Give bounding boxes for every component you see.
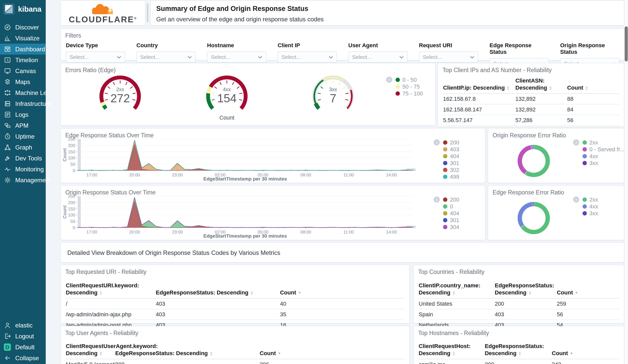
sidebar-footer-item[interactable]: D Default xyxy=(0,342,46,353)
edge-response-area-chart: 05010015020025017:0020:0023:0002:0005:00… xyxy=(62,137,426,182)
legend-item[interactable]: 302 xyxy=(443,167,459,173)
sidebar-item[interactable]: Dashboard xyxy=(0,44,46,55)
sidebar-item[interactable]: Graph xyxy=(0,142,46,153)
top-hostnames-table: ClientRequestHost: DescendingEdgeRespons… xyxy=(419,340,619,364)
legend-item[interactable]: 3xx xyxy=(583,210,623,217)
sidebar-footer-item[interactable]: elastic xyxy=(0,320,46,331)
sidebar-item[interactable]: Discover xyxy=(0,22,46,33)
legend-color-dot xyxy=(443,175,447,179)
legend-expand-icon[interactable]: › xyxy=(573,196,579,203)
sidebar-footer-item[interactable]: Collapse xyxy=(0,353,46,363)
sidebar-nav: Discover Visualize Dashboard Timelion Ca… xyxy=(0,22,46,186)
legend-item[interactable]: 2xx xyxy=(583,139,623,146)
panel-title[interactable]: Top Client IPs and AS Number - Reliabili… xyxy=(438,63,624,74)
legend-item[interactable]: 404 xyxy=(443,153,459,160)
legend-item[interactable]: 3xx xyxy=(583,160,623,167)
legend-item[interactable]: 4xx xyxy=(583,153,623,160)
legend-item[interactable]: 50 - 75 xyxy=(396,83,423,90)
panel-errors-ratio-edge: Errors Ratio (Edge) 2xx2724xx1543xx7Coun… xyxy=(60,63,435,126)
sidebar-item[interactable]: Uptime xyxy=(0,131,46,142)
filter-select[interactable]: Select... xyxy=(207,52,266,63)
sidebar: kibana Discover Visualize Dashboard Time… xyxy=(0,0,46,364)
panel-title[interactable]: Top Hostnames - Reliability xyxy=(414,326,624,337)
column-header[interactable]: ClientASN: Descending xyxy=(515,75,567,94)
sort-icon[interactable] xyxy=(549,86,552,90)
legend-item[interactable]: 304 xyxy=(443,224,459,230)
legend-expand-icon[interactable]: › xyxy=(434,196,440,203)
filter-select[interactable]: Select... xyxy=(419,52,478,63)
panel-resize-handle[interactable] xyxy=(147,4,148,22)
panel-title[interactable]: Top User Agents - Reliability xyxy=(61,326,409,337)
panel-title[interactable]: Top Countries - Reliability xyxy=(414,265,624,275)
sidebar-item[interactable]: Infrastructure xyxy=(0,98,46,109)
svg-text:150: 150 xyxy=(68,207,75,211)
sidebar-item[interactable]: Dev Tools xyxy=(0,153,46,164)
column-header[interactable]: ClientRequestHost: Descending xyxy=(419,340,485,359)
legend-item[interactable]: 301 xyxy=(443,160,459,167)
kibana-logo[interactable]: kibana xyxy=(0,0,46,18)
sort-icon[interactable] xyxy=(507,86,510,90)
column-header[interactable]: ClientRequestUserAgent.keyword: Descendi… xyxy=(66,340,115,359)
sidebar-item[interactable]: Management xyxy=(0,175,46,186)
column-header[interactable]: ClientRequestURI.keyword: Descending xyxy=(66,279,156,299)
filter-select[interactable]: Select... xyxy=(348,52,407,63)
sidebar-item[interactable]: Canvas xyxy=(0,65,46,76)
legend-item[interactable]: 499 xyxy=(443,173,459,180)
column-header[interactable]: Count xyxy=(552,340,619,359)
column-header[interactable]: Count xyxy=(260,340,404,359)
legend-item[interactable]: 4xx xyxy=(583,203,623,210)
legend-item[interactable]: 403 xyxy=(443,146,459,153)
sort-icon[interactable] xyxy=(452,291,455,295)
legend-expand-icon[interactable]: › xyxy=(434,139,440,145)
sort-icon[interactable] xyxy=(528,291,531,295)
legend-item[interactable]: 404 xyxy=(443,210,459,217)
legend-item[interactable]: 0 - 50 xyxy=(396,76,423,83)
filter-select[interactable]: Select... xyxy=(136,52,196,63)
sort-icon[interactable] xyxy=(250,291,253,295)
sort-icon[interactable] xyxy=(519,351,521,356)
filter-label: User Agent xyxy=(348,42,407,49)
sort-icon[interactable] xyxy=(575,292,578,294)
sort-icon[interactable] xyxy=(298,292,301,294)
panel-top-requested-uri: Top Requested URI - Reliability ClientRe… xyxy=(60,265,410,323)
sort-icon[interactable] xyxy=(585,86,588,90)
legend-item[interactable]: 0 - Served fr... xyxy=(583,146,623,153)
sidebar-item[interactable]: Monitoring xyxy=(0,164,46,175)
legend-expand-icon[interactable]: › xyxy=(386,77,392,83)
sort-icon[interactable] xyxy=(452,351,455,356)
top-client-ips-table: ClientIP.ip: DescendingClientASN: Descen… xyxy=(443,75,619,136)
column-header[interactable]: Count xyxy=(557,279,619,299)
legend-item[interactable]: 75 - 100 xyxy=(396,90,423,97)
filter-select[interactable]: Select... xyxy=(66,52,125,63)
legend-item[interactable]: 200 xyxy=(443,196,459,203)
column-header[interactable]: EdgeResponseStatus: Descending xyxy=(485,340,552,359)
column-header[interactable]: Count xyxy=(567,75,619,94)
sort-icon[interactable] xyxy=(100,291,102,295)
panel-title[interactable]: Top Requested URI - Reliability xyxy=(61,265,409,275)
sidebar-item[interactable]: Logs xyxy=(0,109,46,120)
sidebar-item[interactable]: Visualize xyxy=(0,33,46,44)
column-header[interactable]: ClientIP.country_name: Descending xyxy=(419,279,495,299)
column-header[interactable]: Count xyxy=(280,279,404,299)
page-scrollbar-thumb[interactable] xyxy=(625,26,628,61)
filter-select[interactable]: Select... xyxy=(278,52,337,63)
sort-icon[interactable] xyxy=(278,352,281,355)
legend-item[interactable]: 2xx xyxy=(583,196,623,203)
legend-item[interactable]: 200 xyxy=(443,139,459,146)
sidebar-item[interactable]: Timelion xyxy=(0,55,46,65)
svg-text:17:00: 17:00 xyxy=(86,230,97,235)
legend-expand-icon[interactable]: › xyxy=(573,139,579,145)
column-header[interactable]: EdgeResponseStatus: Descending xyxy=(156,279,280,299)
sort-icon[interactable] xyxy=(570,352,573,355)
column-header[interactable]: ClientIP.ip: Descending xyxy=(443,75,515,94)
column-header[interactable]: EdgeResponseStatus: Descending xyxy=(495,279,557,299)
sort-icon[interactable] xyxy=(210,351,213,356)
panel-origin-response-over-time: Origin Response Status Over Time 0501001… xyxy=(60,185,485,240)
sidebar-item[interactable]: Maps xyxy=(0,76,46,87)
sidebar-item[interactable]: APM xyxy=(0,120,46,131)
legend-item[interactable]: 301 xyxy=(443,217,459,224)
sidebar-footer-item[interactable]: Logout xyxy=(0,331,46,342)
sort-icon[interactable] xyxy=(100,351,102,356)
sidebar-item[interactable]: Machine Le... xyxy=(0,87,46,98)
legend-item[interactable]: 0 xyxy=(443,203,459,210)
